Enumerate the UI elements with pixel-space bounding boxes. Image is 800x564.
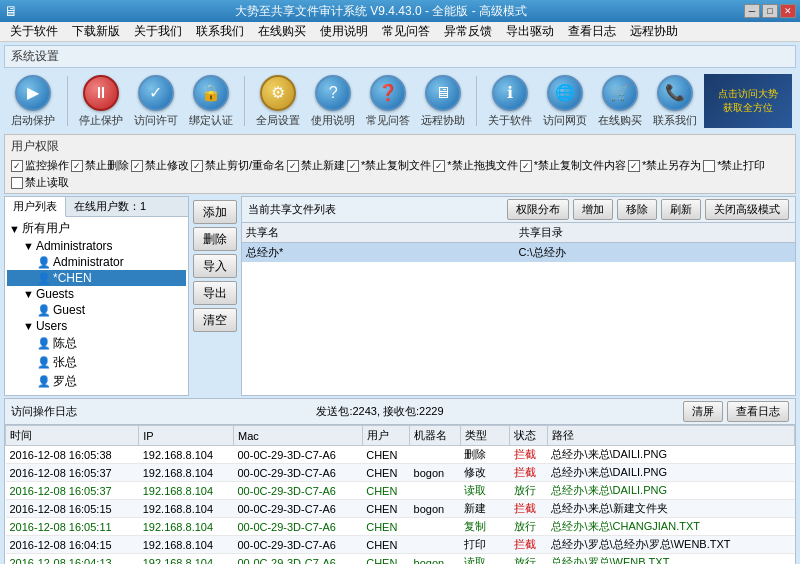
perm-checkbox-1[interactable] (71, 160, 83, 172)
toolbar-label-9: 访问网页 (543, 113, 587, 128)
menu-item-在线购买[interactable]: 在线购买 (252, 21, 312, 42)
toolbar-item-1[interactable]: ⏸停止保护 (76, 75, 127, 128)
close-button[interactable]: ✕ (780, 4, 796, 18)
add-share-button[interactable]: 增加 (573, 199, 613, 220)
close-adv-button[interactable]: 关闭高级模式 (705, 199, 789, 220)
menu-item-下载新版[interactable]: 下载新版 (66, 21, 126, 42)
perm-checkbox-2[interactable] (131, 160, 143, 172)
menu-item-远程协助[interactable]: 远程协助 (624, 21, 684, 42)
perm-item-6[interactable]: *禁止拖拽文件 (433, 158, 517, 173)
remove-share-button[interactable]: 移除 (617, 199, 657, 220)
table-row[interactable]: 2016-12-08 16:05:15192.168.8.10400-0C-29… (6, 500, 795, 518)
tree-item-4[interactable]: ▼Guests (7, 286, 186, 302)
perm-label-6: *禁止拖拽文件 (447, 158, 517, 173)
perm-item-5[interactable]: *禁止复制文件 (347, 158, 431, 173)
table-row[interactable]: 2016-12-08 16:04:13192.168.8.10400-0C-29… (6, 554, 795, 565)
perm-item-2[interactable]: 禁止修改 (131, 158, 189, 173)
perm-checkbox-10[interactable] (11, 177, 23, 189)
toolbar-item-0[interactable]: ▶启动保护 (8, 75, 59, 128)
perm-item-0[interactable]: 监控操作 (11, 158, 69, 173)
menu-item-关于软件[interactable]: 关于软件 (4, 21, 64, 42)
toolbar-item-9[interactable]: 🌐访问网页 (540, 75, 591, 128)
title-bar-icon: 🖥 (4, 3, 18, 19)
toolbar-icon-2: ✓ (138, 75, 174, 111)
tree-icon-5: 👤 (37, 304, 51, 317)
toolbar-item-6[interactable]: ❓常见问答 (363, 75, 414, 128)
toolbar-item-11[interactable]: 📞联系我们 (649, 75, 700, 128)
share-row[interactable]: 总经办* C:\总经办 (242, 243, 795, 262)
user-list-panel: 用户列表 在线用户数：1 ▼所有用户▼Administrators👤Admini… (4, 196, 189, 396)
toolbar-divider-0 (67, 76, 68, 126)
perm-item-10[interactable]: 禁止读取 (11, 175, 69, 190)
toolbar-item-7[interactable]: 🖥远程协助 (417, 75, 468, 128)
perm-item-3[interactable]: 禁止剪切/重命名 (191, 158, 285, 173)
perm-item-9[interactable]: *禁止打印 (703, 158, 765, 173)
table-cell-5: 删除 (460, 446, 510, 464)
toolbar-item-2[interactable]: ✓访问许可 (131, 75, 182, 128)
tree-item-5[interactable]: 👤Guest (7, 302, 186, 318)
toolbar-item-5[interactable]: ?使用说明 (308, 75, 359, 128)
perm-item-4[interactable]: 禁止新建 (287, 158, 345, 173)
refresh-share-button[interactable]: 刷新 (661, 199, 701, 220)
toolbar-item-4[interactable]: ⚙全局设置 (253, 75, 304, 128)
table-row[interactable]: 2016-12-08 16:04:15192.168.8.10400-0C-29… (6, 536, 795, 554)
table-row[interactable]: 2016-12-08 16:05:38192.168.8.10400-0C-29… (6, 446, 795, 464)
perm-checkbox-8[interactable] (628, 160, 640, 172)
perm-label-2: 禁止修改 (145, 158, 189, 173)
tree-item-1[interactable]: ▼Administrators (7, 238, 186, 254)
tree-label-6: Users (36, 319, 67, 333)
table-row[interactable]: 2016-12-08 16:05:37192.168.8.10400-0C-29… (6, 482, 795, 500)
table-cell-4: bogon (410, 500, 461, 518)
perm-checkbox-0[interactable] (11, 160, 23, 172)
tree-item-9[interactable]: 👤罗总 (7, 372, 186, 391)
perm-item-1[interactable]: 禁止删除 (71, 158, 129, 173)
menu-item-异常反馈[interactable]: 异常反馈 (438, 21, 498, 42)
toolbar-label-6: 常见问答 (366, 113, 410, 128)
table-cell-6: 拦截 (510, 446, 547, 464)
toolbar-item-10[interactable]: 🛒在线购买 (595, 75, 646, 128)
export-button[interactable]: 导出 (193, 281, 237, 305)
view-log-button[interactable]: 查看日志 (727, 401, 789, 422)
perm-item-8[interactable]: *禁止另存为 (628, 158, 701, 173)
table-row[interactable]: 2016-12-08 16:05:37192.168.8.10400-0C-29… (6, 464, 795, 482)
user-tree[interactable]: ▼所有用户▼Administrators👤Administrator👤*CHEN… (5, 217, 188, 395)
table-header-row: 时间 IP Mac 用户 机器名 类型 状态 路径 (6, 426, 795, 446)
table-cell-3: CHEN (362, 536, 409, 554)
perm-dist-button[interactable]: 权限分布 (507, 199, 569, 220)
log-stats: 发送包:2243, 接收包:2229 (316, 404, 443, 419)
table-cell-7: 总经办\来总\DAILI.PNG (547, 482, 794, 500)
import-button[interactable]: 导入 (193, 254, 237, 278)
tree-item-8[interactable]: 👤张总 (7, 353, 186, 372)
log-title: 访问操作日志 (11, 404, 77, 419)
menu-item-关于我们[interactable]: 关于我们 (128, 21, 188, 42)
menu-item-查看日志[interactable]: 查看日志 (562, 21, 622, 42)
delete-button[interactable]: 删除 (193, 227, 237, 251)
perm-checkbox-3[interactable] (191, 160, 203, 172)
add-button[interactable]: 添加 (193, 200, 237, 224)
perm-item-7[interactable]: *禁止复制文件内容 (520, 158, 626, 173)
tab-user-list[interactable]: 用户列表 (5, 197, 66, 217)
tree-item-2[interactable]: 👤Administrator (7, 254, 186, 270)
perm-checkbox-6[interactable] (433, 160, 445, 172)
clear-log-button[interactable]: 清屏 (683, 401, 723, 422)
perm-checkbox-4[interactable] (287, 160, 299, 172)
menu-item-使用说明[interactable]: 使用说明 (314, 21, 374, 42)
tree-item-6[interactable]: ▼Users (7, 318, 186, 334)
table-row[interactable]: 2016-12-08 16:05:11192.168.8.10400-0C-29… (6, 518, 795, 536)
menu-item-常见问答[interactable]: 常见问答 (376, 21, 436, 42)
perm-checkbox-7[interactable] (520, 160, 532, 172)
toolbar-item-3[interactable]: 🔒绑定认证 (185, 75, 236, 128)
tree-item-0[interactable]: ▼所有用户 (7, 219, 186, 238)
tree-item-7[interactable]: 👤陈总 (7, 334, 186, 353)
minimize-button[interactable]: ─ (744, 4, 760, 18)
toolbar-icon-11: 📞 (657, 75, 693, 111)
menu-item-导出驱动[interactable]: 导出驱动 (500, 21, 560, 42)
tree-item-3[interactable]: 👤*CHEN (7, 270, 186, 286)
table-cell-0: 2016-12-08 16:05:38 (6, 446, 139, 464)
clear-button[interactable]: 清空 (193, 308, 237, 332)
restore-button[interactable]: □ (762, 4, 778, 18)
perm-checkbox-5[interactable] (347, 160, 359, 172)
menu-item-联系我们[interactable]: 联系我们 (190, 21, 250, 42)
perm-checkbox-9[interactable] (703, 160, 715, 172)
toolbar-item-8[interactable]: ℹ关于软件 (485, 75, 536, 128)
